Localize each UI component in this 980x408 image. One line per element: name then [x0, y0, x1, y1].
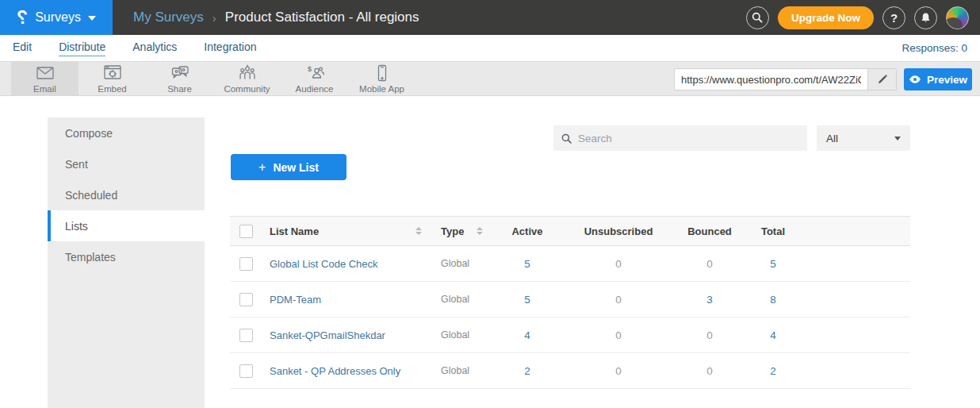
pencil-icon — [877, 74, 888, 85]
bounced-count[interactable]: 0 — [682, 258, 737, 270]
user-avatar[interactable] — [946, 6, 969, 29]
active-count[interactable]: 5 — [500, 258, 555, 270]
table-row: Sanket - QP Addresses Only Global 2 0 0 … — [230, 353, 910, 389]
filter-dropdown[interactable]: All — [817, 125, 910, 151]
row-checkbox[interactable] — [239, 293, 253, 306]
page: ? Surveys My Surveys › Product Satisfact… — [0, 0, 980, 408]
tab-integration[interactable]: Integration — [204, 40, 256, 56]
unsubscribed-count[interactable]: 0 — [555, 365, 682, 377]
channel-email[interactable]: Email — [11, 62, 78, 95]
email-sidebar: Compose Sent Scheduled Lists Templates — [48, 117, 205, 408]
sidebar-item-sent[interactable]: Sent — [48, 148, 205, 179]
unsubscribed-count[interactable]: 0 — [555, 329, 682, 341]
search-button[interactable] — [746, 6, 769, 29]
row-checkbox[interactable] — [239, 257, 253, 271]
sort-type-icon[interactable] — [477, 227, 483, 235]
breadcrumb-my-surveys[interactable]: My Surveys — [133, 10, 204, 25]
breadcrumb-separator: › — [212, 11, 216, 25]
email-icon — [35, 64, 56, 83]
col-type: Type — [441, 225, 464, 237]
distribute-toolbar: Email Embed — [0, 61, 980, 96]
sidebar-item-lists[interactable]: Lists — [48, 210, 205, 241]
survey-nav: Edit Distribute Analytics Integration Re… — [0, 35, 980, 61]
channel-mobile-app-label: Mobile App — [359, 84, 404, 94]
row-checkbox[interactable] — [239, 364, 253, 378]
search-input[interactable] — [578, 133, 799, 144]
list-name-link[interactable]: Sanket - QP Addresses Only — [270, 365, 425, 377]
new-list-label: New List — [273, 161, 319, 174]
bounced-count[interactable]: 0 — [682, 329, 737, 341]
new-list-button[interactable]: + New List — [231, 154, 346, 180]
search-box — [553, 125, 807, 151]
content-area: Compose Sent Scheduled Lists Templates A… — [0, 96, 980, 408]
col-bounced: Bounced — [682, 225, 737, 237]
breadcrumb: My Surveys › Product Satisfaction - All … — [133, 10, 419, 25]
share-icon — [170, 64, 190, 83]
help-button[interactable]: ? — [882, 6, 905, 29]
product-switcher[interactable]: ? Surveys — [0, 0, 113, 35]
col-list-name: List Name — [270, 225, 319, 237]
sort-list-name-icon[interactable] — [415, 227, 422, 235]
header-actions: Upgrade Now ? — [746, 6, 980, 29]
row-checkbox[interactable] — [239, 329, 253, 342]
eye-icon — [909, 75, 921, 84]
survey-url-input[interactable] — [675, 69, 867, 90]
sidebar-item-templates[interactable]: Templates — [48, 241, 205, 272]
col-total: Total — [737, 225, 809, 237]
mobile-app-icon — [372, 64, 392, 83]
lists-table: List Name Type Active Unsubscribed Bounc… — [230, 216, 910, 389]
filter-value: All — [826, 133, 838, 144]
channel-embed[interactable]: Embed — [78, 62, 146, 95]
select-all-checkbox[interactable] — [239, 225, 253, 238]
preview-button[interactable]: Preview — [904, 68, 972, 90]
channel-share[interactable]: Share — [146, 62, 213, 95]
preview-label: Preview — [927, 74, 967, 86]
channel-audience[interactable]: $ Audience — [281, 62, 348, 95]
product-switcher-label: Surveys — [35, 10, 81, 25]
upgrade-now-button[interactable]: Upgrade Now — [778, 6, 874, 29]
embed-icon — [102, 64, 123, 83]
search-icon — [752, 12, 763, 23]
plus-icon: + — [258, 160, 266, 175]
chevron-down-icon — [88, 16, 96, 21]
tab-analytics[interactable]: Analytics — [132, 40, 177, 56]
active-count[interactable]: 4 — [500, 329, 555, 341]
bounced-count[interactable]: 0 — [682, 365, 737, 377]
audience-icon: $ — [304, 64, 325, 83]
total-count[interactable]: 8 — [737, 294, 809, 306]
bounced-count[interactable]: 3 — [682, 294, 737, 306]
total-count[interactable]: 4 — [737, 329, 809, 341]
sidebar-item-compose[interactable]: Compose — [48, 117, 205, 148]
sidebar-item-scheduled[interactable]: Scheduled — [48, 179, 205, 210]
list-type: Global — [425, 294, 500, 305]
list-type: Global — [425, 329, 500, 341]
unsubscribed-count[interactable]: 0 — [555, 258, 682, 270]
channel-mobile-app[interactable]: Mobile App — [348, 62, 415, 95]
list-name-link[interactable]: PDM-Team — [270, 294, 425, 306]
svg-text:$: $ — [308, 65, 312, 73]
list-name-link[interactable]: Sanket-QPGmailShekdar — [270, 329, 425, 341]
table-row: Global List Code Check Global 5 0 0 5 — [230, 246, 910, 282]
responses-count[interactable]: Responses: 0 — [902, 42, 967, 54]
channel-audience-label: Audience — [296, 84, 334, 94]
lists-panel: All + New List List Name — [230, 96, 910, 408]
notifications-button[interactable] — [914, 6, 937, 29]
total-count[interactable]: 5 — [737, 258, 809, 270]
active-count[interactable]: 2 — [500, 365, 555, 377]
table-row: PDM-Team Global 5 0 3 8 — [230, 282, 910, 318]
community-icon — [237, 64, 258, 83]
channel-community[interactable]: Community — [213, 62, 281, 95]
unsubscribed-count[interactable]: 0 — [555, 294, 682, 306]
channel-community-label: Community — [224, 84, 270, 94]
tab-distribute[interactable]: Distribute — [59, 40, 105, 56]
active-count[interactable]: 5 — [500, 294, 555, 306]
survey-url-field — [674, 68, 897, 90]
edit-url-button[interactable] — [867, 69, 896, 90]
list-name-link[interactable]: Global List Code Check — [270, 258, 425, 270]
tab-edit[interactable]: Edit — [13, 40, 32, 56]
chevron-down-icon — [894, 137, 901, 140]
total-count[interactable]: 2 — [737, 365, 809, 377]
page-title: Product Satisfaction - All regions — [225, 10, 419, 25]
search-icon — [561, 133, 572, 144]
help-icon: ? — [890, 11, 898, 25]
